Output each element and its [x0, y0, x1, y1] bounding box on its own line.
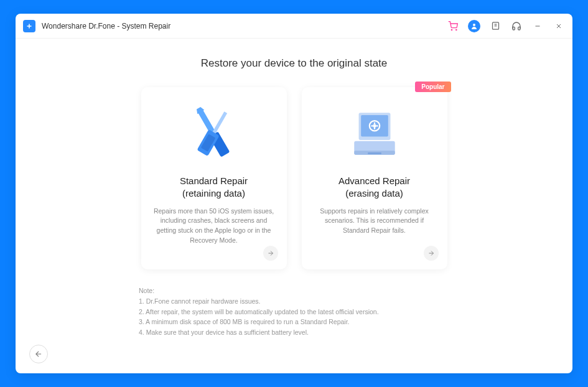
options-row: Standard Repair (retaining data) Repairs… [40, 87, 548, 269]
popular-badge: Popular [415, 82, 450, 92]
app-logo-icon [23, 20, 35, 32]
svg-point-2 [473, 24, 475, 26]
standard-title-line2: (retaining data) [182, 188, 245, 198]
advanced-repair-card[interactable]: Popular Advanced Repair (er [302, 87, 447, 269]
svg-point-0 [451, 29, 452, 30]
notes-section: Note: 1. Dr.Fone cannot repair hardware … [40, 286, 548, 338]
tools-illustration-icon [177, 101, 251, 166]
close-button[interactable] [553, 20, 565, 32]
notes-line: 2. After repair, the system will be auto… [139, 307, 548, 317]
svg-point-1 [456, 29, 457, 30]
titlebar-actions [447, 20, 565, 32]
advanced-card-title: Advanced Repair (erasing data) [338, 175, 410, 200]
computer-illustration-icon [337, 101, 412, 166]
arrow-right-icon[interactable] [263, 246, 278, 261]
advanced-title-line2: (erasing data) [345, 188, 403, 198]
main-content: Restore your device to the original stat… [16, 39, 572, 373]
notes-line: 4. Make sure that your device has a suff… [139, 327, 548, 338]
feedback-icon[interactable] [489, 20, 502, 32]
support-icon[interactable] [510, 20, 523, 32]
svg-point-21 [373, 124, 376, 127]
standard-title-line1: Standard Repair [180, 175, 248, 186]
standard-repair-card[interactable]: Standard Repair (retaining data) Repairs… [141, 87, 287, 269]
standard-card-desc: Repairs more than 50 iOS system issues, … [151, 207, 277, 246]
svg-rect-17 [368, 152, 381, 154]
notes-line: 1. Dr.Fone cannot repair hardware issues… [139, 296, 548, 307]
window-title: Wondershare Dr.Fone - System Repair [42, 22, 447, 30]
user-avatar-icon[interactable] [468, 20, 480, 32]
titlebar: Wondershare Dr.Fone - System Repair [16, 14, 572, 39]
cart-icon[interactable] [447, 20, 459, 32]
svg-rect-11 [212, 111, 227, 134]
notes-line: 3. A minimum disk space of 800 MB is req… [139, 317, 548, 327]
advanced-card-desc: Supports repairs in relatively complex s… [312, 207, 437, 236]
standard-card-title: Standard Repair (retaining data) [180, 175, 248, 200]
back-button[interactable] [29, 345, 48, 363]
app-window: Wondershare Dr.Fone - System Repair Rest… [16, 14, 572, 373]
advanced-title-line1: Advanced Repair [338, 175, 410, 186]
arrow-right-icon[interactable] [424, 246, 439, 261]
page-heading: Restore your device to the original stat… [40, 57, 548, 70]
minimize-button[interactable] [531, 20, 544, 32]
notes-heading: Note: [139, 286, 548, 296]
